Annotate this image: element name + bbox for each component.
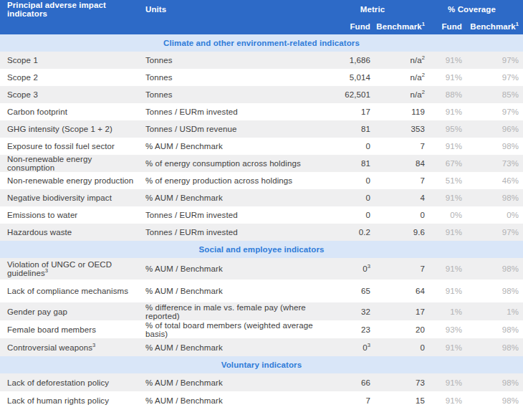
coverage-fund-cell: 51% <box>425 176 462 185</box>
metric-fund-cell: 0.2 <box>320 228 370 237</box>
coverage-fund-cell: 95% <box>425 125 462 133</box>
units-cell: % AUM / Benchmark <box>138 396 320 405</box>
table-row: Scope 3 Tonnes 62,501 n/a2 88% 85% <box>0 86 523 103</box>
metric-fund-cell: 32 <box>320 307 370 316</box>
section-header-climate: Climate and other environment-related in… <box>0 34 523 52</box>
units-cell: Tonnes <box>138 73 320 82</box>
footnote-marker: 3 <box>45 267 48 274</box>
metric-fund-cell: 03 <box>320 264 370 273</box>
metric-fund-cell: 81 <box>320 125 370 133</box>
col-group-coverage: % Coverage <box>425 5 519 14</box>
units-cell: % AUM / Benchmark <box>138 378 320 387</box>
coverage-benchmark-cell: 98% <box>462 194 519 202</box>
units-cell: Tonnes <box>138 56 320 65</box>
metric-benchmark-cell: 73 <box>370 378 425 387</box>
coverage-fund-cell: 91% <box>425 378 462 387</box>
coverage-benchmark-cell: 1% <box>462 307 519 316</box>
units-cell: % AUM / Benchmark <box>138 343 320 352</box>
indicator-cell: Carbon footprint <box>0 108 138 116</box>
indicator-cell: Emissions to water <box>0 211 138 219</box>
table-row: Non-renewable energy consumption % of en… <box>0 155 523 172</box>
coverage-fund-cell: 91% <box>425 56 462 65</box>
table-row: Negative biodiversity impact % AUM / Ben… <box>0 189 523 206</box>
units-cell: % of total board members (weighted avera… <box>138 321 320 338</box>
indicator-cell: Scope 3 <box>0 90 138 99</box>
coverage-fund-cell: 91% <box>425 142 462 151</box>
col-group-metric: Metric <box>320 5 425 14</box>
metric-benchmark-cell: n/a2 <box>370 56 425 65</box>
col-header-units: Units <box>138 5 320 14</box>
coverage-benchmark-cell: 98% <box>462 378 519 387</box>
table-row: Controversial weapons3 % AUM / Benchmark… <box>0 338 523 356</box>
indicator-cell: Violation of UNGC or OECD guidelines3 <box>0 260 138 277</box>
metric-fund-cell: 0 <box>320 176 370 185</box>
table-row: Non-renewable energy production % of ene… <box>0 172 523 189</box>
metric-fund-cell: 03 <box>320 343 370 352</box>
metric-benchmark-cell: 15 <box>370 396 425 405</box>
indicator-cell: GHG intensity (Scope 1 + 2) <box>0 125 138 133</box>
table-row: Carbon footprint Tonnes / EURm invested … <box>0 103 523 120</box>
indicator-cell: Hazardous waste <box>0 228 138 237</box>
coverage-fund-cell: 91% <box>425 228 462 237</box>
metric-benchmark-cell: 119 <box>370 108 425 116</box>
pai-indicators-table: Principal adverse impact indicators Unit… <box>0 0 523 420</box>
subheader-coverage-benchmark: Benchmark1 <box>462 22 519 31</box>
coverage-benchmark-cell: 46% <box>462 176 519 185</box>
coverage-fund-cell: 91% <box>425 343 462 352</box>
units-cell: Tonnes / USDm revenue <box>138 125 320 133</box>
coverage-fund-cell: 91% <box>425 287 462 295</box>
table-row: Gender pay gap % difference in male vs. … <box>0 302 523 320</box>
metric-benchmark-cell: 0 <box>370 211 425 219</box>
coverage-fund-cell: 91% <box>425 264 462 273</box>
indicator-cell: Lack of compliance mechanisms <box>0 287 138 295</box>
coverage-benchmark-cell: 98% <box>462 287 519 295</box>
indicator-cell: Controversial weapons3 <box>0 343 138 352</box>
coverage-benchmark-cell: 97% <box>462 73 519 82</box>
metric-fund-cell: 7 <box>320 396 370 405</box>
coverage-fund-cell: 88% <box>425 90 462 99</box>
coverage-benchmark-cell: 97% <box>462 108 519 116</box>
subheader-coverage-fund: Fund <box>425 22 462 31</box>
coverage-benchmark-cell: 98% <box>462 264 519 273</box>
coverage-benchmark-cell: 85% <box>462 90 519 99</box>
metric-benchmark-cell: n/a2 <box>370 73 425 82</box>
metric-benchmark-cell: 7 <box>370 142 425 151</box>
indicator-cell: Gender pay gap <box>0 307 138 316</box>
table-row: Violation of UNGC or OECD guidelines3 % … <box>0 258 523 280</box>
units-cell: % difference in male vs. female pay (whe… <box>138 303 320 320</box>
metric-fund-cell: 62,501 <box>320 90 370 99</box>
metric-fund-cell: 0 <box>320 194 370 202</box>
units-cell: % AUM / Benchmark <box>138 194 320 202</box>
footnote-marker: 1 <box>516 21 519 27</box>
indicator-cell: Scope 1 <box>0 56 138 65</box>
coverage-benchmark-cell: 0% <box>462 211 519 219</box>
metric-fund-cell: 81 <box>320 159 370 168</box>
coverage-benchmark-cell: 97% <box>462 228 519 237</box>
metric-benchmark-cell: 84 <box>370 159 425 168</box>
coverage-benchmark-cell: 73% <box>462 159 519 168</box>
coverage-fund-cell: 0% <box>425 211 462 219</box>
units-cell: Tonnes / EURm invested <box>138 211 320 219</box>
metric-fund-cell: 65 <box>320 287 370 295</box>
indicator-cell: Female board members <box>0 325 138 334</box>
subheader-metric-benchmark: Benchmark1 <box>370 22 425 31</box>
metric-benchmark-cell: 353 <box>370 125 425 133</box>
coverage-fund-cell: 93% <box>425 325 462 334</box>
section-header-voluntary: Voluntary indicators <box>0 356 523 373</box>
indicator-cell: Negative biodiversity impact <box>0 194 138 202</box>
table-row: Hazardous waste Tonnes / EURm invested 0… <box>0 224 523 241</box>
metric-benchmark-cell: 64 <box>370 287 425 295</box>
units-cell: % AUM / Benchmark <box>138 142 320 151</box>
units-cell: Tonnes / EURm invested <box>138 228 320 237</box>
table-row: Lack of compliance mechanisms % AUM / Be… <box>0 280 523 302</box>
coverage-benchmark-cell: 98% <box>462 343 519 352</box>
header-sub-row: Fund Benchmark1 Fund Benchmark1 <box>0 19 523 34</box>
indicator-cell: Non-renewable energy consumption <box>0 155 138 172</box>
units-cell: Tonnes <box>138 90 320 99</box>
footnote-marker: 3 <box>92 342 95 348</box>
metric-benchmark-cell: 0 <box>370 343 425 352</box>
metric-fund-cell: 0 <box>320 142 370 151</box>
metric-benchmark-cell: 17 <box>370 307 425 316</box>
metric-fund-cell: 1,686 <box>320 56 370 65</box>
coverage-benchmark-cell: 96% <box>462 125 519 133</box>
